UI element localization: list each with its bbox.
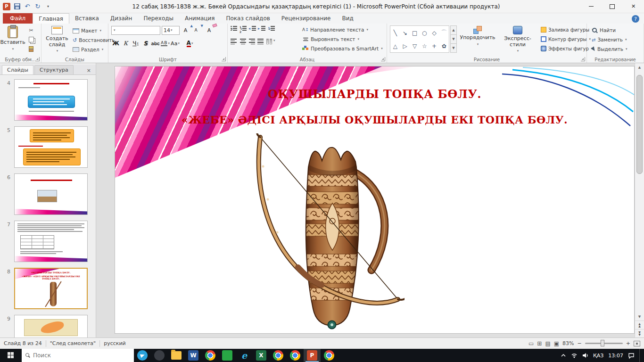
shape-fill-button[interactable]: Заливка фигуры [541, 25, 594, 34]
line-spacing-button[interactable]: ↕ [268, 25, 275, 31]
normal-view-icon[interactable]: ▭ [528, 340, 534, 347]
font-dialog-launcher-icon[interactable] [222, 57, 226, 61]
justify-button[interactable] [257, 39, 264, 44]
strikethrough-button[interactable]: abc [151, 39, 160, 48]
shapes-scroll-up-icon[interactable]: ▲ [450, 25, 457, 35]
shape-outline-button[interactable]: Контур фигуры [541, 34, 594, 44]
theme-name[interactable]: "След самолета" [50, 340, 96, 346]
tab-animations[interactable]: Анимация [179, 13, 220, 24]
tab-home[interactable]: Главная [33, 13, 69, 24]
current-slide[interactable]: ОҚУШЫЛАРДЫ ТОПҚА БӨЛУ. «ЖЕБЕ» ӘДІСІ АРҚЫ… [115, 66, 635, 334]
customize-qat-button[interactable]: ▾ [44, 3, 52, 10]
grow-font-button[interactable]: А [181, 25, 190, 35]
bullets-button[interactable] [231, 25, 238, 31]
slide-indicator[interactable]: Слайд 8 из 24 [4, 340, 42, 346]
text-direction-button[interactable]: Направление текста [302, 25, 383, 34]
internet-explorer-icon[interactable] [236, 349, 253, 362]
zoom-level[interactable]: 83% [562, 340, 574, 346]
shape-effects-button[interactable]: Эффекты фигур [541, 44, 594, 53]
increase-indent-button[interactable]: ▸ [259, 25, 266, 31]
select-button[interactable]: Выделить [592, 44, 627, 54]
slide-sorter-view-icon[interactable]: ⊞ [537, 340, 542, 347]
replace-button[interactable]: Заменить [592, 35, 627, 44]
tab-view[interactable]: Вид [336, 13, 359, 24]
shape-star-icon[interactable]: ☆ [422, 43, 427, 49]
tab-outline[interactable]: Структура [34, 65, 74, 74]
quick-styles-button[interactable]: Экспресс-стили [496, 24, 539, 57]
align-center-button[interactable] [239, 39, 246, 44]
shape-diamond-icon[interactable]: ◇ [432, 30, 436, 36]
paragraph-dialog-launcher-icon[interactable] [381, 57, 385, 61]
slide-thumbnail[interactable] [14, 221, 88, 262]
thumbnail-item-8-selected[interactable]: 8 ОҚУШЫЛАРДЫ ТОПҚА БӨЛУ. «ЖЕБЕ» ӘДІСІ АР… [0, 268, 96, 315]
zoom-slider-thumb[interactable] [601, 340, 604, 346]
show-desktop-button[interactable] [639, 349, 641, 362]
shape-flower-icon[interactable]: ✿ [442, 43, 446, 49]
word-icon[interactable] [185, 349, 202, 362]
clock[interactable]: 13:07 [608, 353, 623, 359]
numbering-button[interactable]: 12 [240, 25, 247, 31]
next-slide-button[interactable]: ▼▼ [635, 329, 644, 337]
powerpoint-taskbar-icon[interactable] [304, 349, 321, 362]
browser-icon[interactable] [270, 349, 287, 362]
tab-slideshow[interactable]: Показ слайдов [221, 13, 276, 24]
minimize-button[interactable] [580, 0, 602, 13]
cut-button[interactable]: ✂ [26, 26, 36, 34]
shape-triangle-icon[interactable]: △ [393, 43, 397, 49]
zoom-out-button[interactable]: − [578, 340, 582, 346]
slide-thumbnail[interactable] [14, 126, 88, 168]
font-color-button[interactable]: А [185, 39, 194, 48]
italic-button[interactable]: К [121, 39, 130, 48]
close-button[interactable] [623, 0, 644, 13]
columns-button[interactable] [266, 39, 275, 44]
text-shadow-button[interactable]: S [141, 39, 150, 48]
input-language-indicator[interactable]: ҚАЗ [593, 353, 603, 359]
shape-down-triangle-icon[interactable]: ▽ [413, 43, 417, 49]
align-right-button[interactable] [248, 39, 255, 44]
character-spacing-button[interactable]: АВ [161, 39, 170, 48]
bold-button[interactable]: Ж [111, 39, 120, 48]
taskbar-search[interactable] [22, 349, 134, 362]
browser-icon-3[interactable] [321, 349, 338, 362]
slide-thumbnail[interactable] [14, 315, 88, 337]
scroll-up-icon[interactable]: ▲ [635, 63, 644, 71]
fit-to-window-icon[interactable] [634, 341, 640, 346]
start-button[interactable] [0, 349, 22, 362]
green-app-icon[interactable] [219, 349, 236, 362]
thumbnail-item-9[interactable]: 9 [0, 315, 96, 337]
thumbnail-item-5[interactable]: 5 [0, 126, 96, 173]
change-case-button[interactable]: Аа [171, 39, 180, 48]
align-text-button[interactable]: Выровнять текст [302, 34, 383, 44]
slideshow-view-icon[interactable]: ▣ [554, 340, 559, 347]
font-name-combo[interactable] [111, 26, 160, 35]
format-painter-button[interactable] [26, 45, 36, 53]
scrollbar-track[interactable] [635, 71, 644, 313]
clear-formatting-button[interactable]: А [205, 25, 214, 35]
tray-chevron-icon[interactable] [561, 353, 566, 358]
action-center-icon[interactable] [628, 353, 635, 359]
file-explorer-icon[interactable] [168, 349, 185, 362]
close-pane-icon[interactable]: × [85, 66, 93, 74]
vertical-scrollbar[interactable]: ▲ ▼ ▲▲ ▼▼ [635, 63, 644, 337]
tab-design[interactable]: Дизайн [105, 13, 138, 24]
shape-arrow-icon[interactable]: ↘ [403, 30, 407, 36]
shapes-more-icon[interactable]: ▼ [450, 44, 457, 53]
previous-slide-button[interactable]: ▲▲ [635, 321, 644, 329]
volume-icon[interactable] [582, 353, 588, 358]
restore-button[interactable] [602, 0, 623, 13]
copy-button[interactable] [26, 35, 36, 43]
shape-oval-icon[interactable]: ○ [422, 30, 427, 36]
convert-smartart-button[interactable]: Преобразовать в SmartArt [302, 44, 383, 53]
scroll-down-icon[interactable]: ▼ [635, 313, 644, 321]
thumbnail-item-7[interactable]: 7 [0, 221, 96, 268]
reading-view-icon[interactable]: ▤ [545, 340, 550, 347]
network-icon[interactable] [571, 353, 578, 358]
find-button[interactable]: Найти [592, 25, 627, 35]
clipboard-dialog-launcher-icon[interactable] [35, 57, 40, 61]
shape-line-icon[interactable]: ╲ [394, 30, 397, 36]
dark-app-icon[interactable] [151, 349, 168, 362]
browser-icon-2[interactable] [287, 349, 304, 362]
shape-arc-icon[interactable]: ⌒ [441, 29, 447, 37]
help-icon[interactable]: ? [632, 15, 639, 23]
undo-button[interactable]: ↶ [24, 3, 31, 10]
